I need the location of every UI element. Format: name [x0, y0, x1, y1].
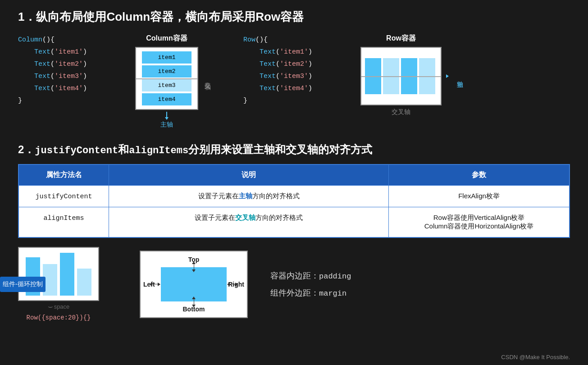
header-name: 属性方法名 — [19, 165, 109, 185]
row-cross-axis: 交叉轴 — [392, 108, 410, 116]
column-item-3: item3 — [142, 79, 191, 91]
cross-axis-label: 交叉轴 — [204, 77, 212, 80]
row2-desc: 设置子元素在交叉轴方向的对齐格式 — [109, 207, 389, 237]
sidebar-label: 组件-循环控制 — [0, 277, 46, 292]
row-diagram: Row容器 主轴 交叉轴 — [360, 34, 442, 116]
padding-diagram: Top Bottom Left Right — [140, 251, 248, 318]
row2-name: alignItems — [19, 207, 109, 237]
section2-title: 2．justifyContent和alignItems分别用来设置主轴和交叉轴的… — [18, 142, 570, 157]
section1-title: 1．纵向布局使用Column容器，横向布局采用Row容器 — [18, 9, 570, 25]
padding-info-line2: 组件外边距：margin — [270, 287, 351, 298]
table-row-2: alignItems 设置子元素在交叉轴方向的对齐格式 Row容器使用Verti… — [19, 207, 569, 237]
row1-name: justifyContent — [19, 186, 109, 207]
row-code: Row(){ Text('item1') Text('item2') Text(… — [243, 34, 342, 107]
table-header: 属性方法名 说明 参数 — [19, 165, 569, 185]
column-item-1: item1 — [142, 51, 191, 64]
header-desc: 说明 — [109, 165, 389, 185]
bottom-section: 组件-循环控制 ⌣ space Row({space:20}){} Top Bo… — [18, 247, 570, 321]
column-code: Column(){ Text('item1') Text('item2') Te… — [18, 34, 117, 107]
row2-param: Row容器使用VerticalAlign枚举 Column容器使用Horizon… — [389, 207, 569, 237]
property-table: 属性方法名 说明 参数 justifyContent 设置子元素在主轴方向的对齐… — [18, 164, 570, 238]
table-row-1: justifyContent 设置子元素在主轴方向的对齐格式 FlexAlign… — [19, 185, 569, 207]
row1-desc: 设置子元素在主轴方向的对齐格式 — [109, 186, 389, 207]
row-space-label: Row({space:20}){} — [27, 314, 91, 321]
main-axis-label: 主轴 — [160, 121, 173, 129]
column-item-2: item2 — [142, 65, 191, 78]
header-param: 参数 — [389, 165, 569, 185]
padding-info: 容器内边距：padding 组件外边距：margin — [270, 270, 351, 298]
column-item-4: item4 — [142, 93, 191, 105]
row-diagram-title: Row容器 — [386, 34, 416, 43]
column-diagram-title: Column容器 — [146, 34, 187, 43]
csdn-credit: CSDN @Make It Possible. — [501, 354, 570, 360]
padding-info-line1: 容器内边距：padding — [270, 270, 351, 281]
row1-param: FlexAlign枚举 — [389, 186, 569, 207]
column-diagram: Column容器 item1 item2 item3 item4 交叉轴 主轴 — [135, 34, 198, 129]
